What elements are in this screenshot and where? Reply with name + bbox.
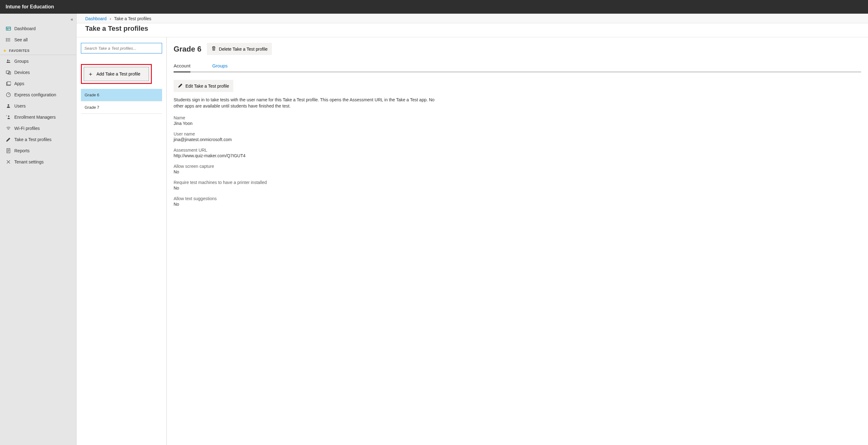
profile-item-label: Grade 6 [85,93,99,97]
devices-icon [6,70,11,75]
field-printer: Require test machines to have a printer … [174,180,861,191]
delete-button-label: Delete Take a Test profile [219,46,268,52]
field-label: Allow screen capture [174,164,861,169]
page-header: Take a Test profiles [76,23,868,37]
field-value: Jina Yoon [174,121,861,126]
wifi-icon [6,126,11,131]
svg-point-8 [6,41,7,41]
chevron-right-icon: › [110,16,111,21]
svg-point-18 [8,104,9,106]
sidebar-favorites-header: ★ FAVORITES [0,45,76,55]
sidebar-item-label: Wi-Fi profiles [14,126,40,131]
detail-pane: Grade 6 Delete Take a Test profile Accou… [167,37,868,445]
columns: ＋ Add Take a Test profile Grade 6 Grade … [76,37,868,445]
sidebar-item-see-all[interactable]: See all [0,34,76,45]
list-icon [6,37,11,42]
tab-groups[interactable]: Groups [212,61,227,72]
field-label: Require test machines to have a printer … [174,180,861,185]
top-bar: Intune for Education [0,0,868,14]
tab-label: Account [174,63,190,68]
gauge-icon [6,92,11,98]
sidebar-item-wifi-profiles[interactable]: Wi-Fi profiles [0,123,76,134]
svg-rect-12 [9,72,10,74]
sidebar-item-groups[interactable]: Groups [0,56,76,67]
svg-point-19 [8,115,9,117]
sidebar-item-label: Enrollment Managers [14,115,56,119]
content: Dashboard › Take a Test profiles Take a … [76,14,868,445]
sidebar-item-reports[interactable]: Reports [0,145,76,156]
edit-profile-button[interactable]: Edit Take a Test profile [174,80,233,92]
profile-item-grade-7[interactable]: Grade 7 [81,101,162,114]
sidebar-item-tenant-settings[interactable]: Tenant settings [0,156,76,168]
field-label: Assessment URL [174,148,861,152]
field-text-suggestions: Allow text suggestions No [174,196,861,207]
dashboard-icon [6,26,11,31]
field-value: jina@jinatest.onmicrosoft.com [174,137,861,142]
add-take-a-test-profile-button[interactable]: ＋ Add Take a Test profile [84,67,149,81]
sidebar-item-label: Devices [14,70,30,75]
trash-icon [211,46,216,52]
sidebar-item-label: Groups [14,59,29,64]
field-value: No [174,202,861,207]
tools-icon [6,159,11,165]
field-value: No [174,185,861,191]
breadcrumb: Dashboard › Take a Test profiles [76,14,868,23]
field-value: http://www.quiz-maker.com/Q7IGUT4 [174,153,861,158]
detail-body: Edit Take a Test profile Students sign i… [174,80,861,207]
reports-icon [6,148,11,153]
tabs: Account Groups [174,61,861,72]
svg-text:+: + [6,115,7,117]
plus-icon: ＋ [88,71,93,77]
breadcrumb-dashboard-link[interactable]: Dashboard [85,16,107,21]
enrollment-managers-icon: + [6,114,11,120]
field-name: Name Jina Yoon [174,115,861,126]
sidebar-item-devices[interactable]: Devices [0,67,76,78]
sidebar-item-label: Users [14,103,26,108]
search-input[interactable] [81,43,162,54]
profile-list-pane: ＋ Add Take a Test profile Grade 6 Grade … [76,37,167,445]
sidebar-item-enrollment-managers[interactable]: + Enrollment Managers [0,111,76,123]
svg-point-10 [9,60,10,61]
sidebar-collapse-button[interactable]: « [71,17,73,22]
svg-point-7 [6,39,7,40]
user-icon [6,103,11,109]
svg-point-6 [6,38,7,39]
pencil-icon [6,137,11,142]
profile-item-label: Grade 7 [85,105,99,110]
profile-list: Grade 6 Grade 7 [81,89,162,114]
layout: « Dashboard See all ★ FAVORITES Groups [0,14,868,445]
field-label: Name [174,115,861,120]
app-title: Intune for Education [6,4,54,10]
sidebar-item-dashboard[interactable]: Dashboard [0,23,76,34]
breadcrumb-current: Take a Test profiles [114,16,152,21]
field-assessment-url: Assessment URL http://www.quiz-maker.com… [174,148,861,158]
svg-rect-15 [7,82,11,85]
sidebar-item-apps[interactable]: Apps [0,78,76,89]
sidebar-item-take-a-test-profiles[interactable]: Take a Test profiles [0,134,76,145]
add-button-label: Add Take a Test profile [96,71,140,76]
field-username: User name jina@jinatest.onmicrosoft.com [174,132,861,142]
detail-title: Grade 6 [174,45,201,54]
sidebar-item-label: Reports [14,148,30,153]
tab-account[interactable]: Account [174,61,190,72]
sidebar-item-users[interactable]: Users [0,100,76,111]
sidebar: « Dashboard See all ★ FAVORITES Groups [0,14,76,445]
sidebar-item-express-configuration[interactable]: Express configuration [0,89,76,100]
profile-item-grade-6[interactable]: Grade 6 [81,89,162,101]
tab-label: Groups [212,63,227,68]
field-screen-capture: Allow screen capture No [174,164,861,174]
svg-rect-0 [6,27,10,30]
field-label: Allow text suggestions [174,196,861,201]
sidebar-item-label: Tenant settings [14,160,43,164]
svg-point-9 [7,60,8,61]
star-icon: ★ [3,48,6,53]
delete-profile-button[interactable]: Delete Take a Test profile [207,43,272,55]
pencil-icon [178,83,183,89]
highlight-annotation: ＋ Add Take a Test profile [81,64,152,84]
sidebar-item-label: Take a Test profiles [14,137,52,142]
groups-icon [6,59,11,64]
sidebar-item-label: Dashboard [14,26,36,31]
sidebar-item-label: Express configuration [14,92,56,97]
edit-button-label: Edit Take a Test profile [185,83,229,89]
field-value: No [174,169,861,174]
